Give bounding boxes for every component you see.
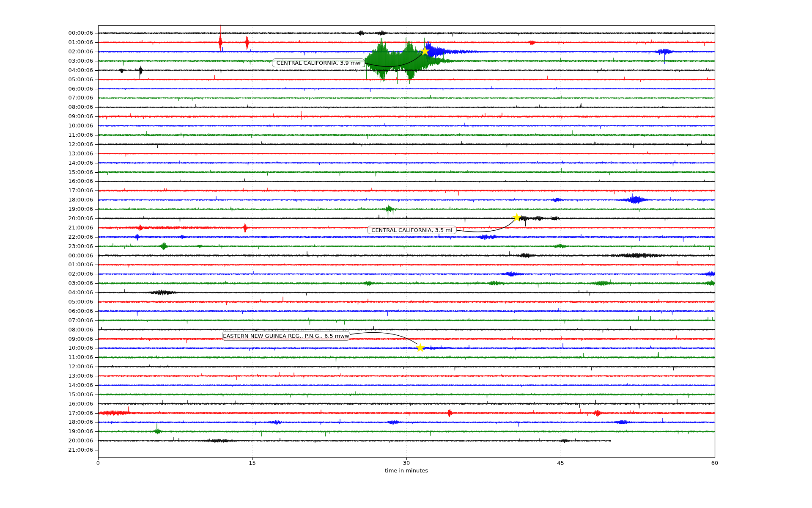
trace-time-label: 05:00:06 [0, 76, 93, 83]
trace-time-label: 13:00:06 [0, 150, 93, 157]
trace-time-label: 16:00:06 [0, 400, 93, 407]
trace-time-label: 13:00:06 [0, 373, 93, 379]
x-tick-label: 60 [702, 460, 727, 466]
trace-time-label: 03:00:06 [0, 280, 93, 287]
trace-time-label: 12:00:06 [0, 141, 93, 148]
trace-time-label: 02:00:06 [0, 48, 93, 55]
trace-time-label: 14:00:06 [0, 382, 93, 389]
event-annotation-box: CENTRAL CALIFORNIA, 3.9 mw [272, 58, 365, 67]
x-tick-label: 30 [394, 460, 419, 466]
trace-time-label: 11:00:06 [0, 132, 93, 138]
trace-time-label: 20:00:06 [0, 215, 93, 222]
event-annotation-box: EASTERN NEW GUINEA REG., P.N.G., 6.5 mww [222, 331, 350, 341]
trace-time-label: 18:00:06 [0, 419, 93, 425]
trace-time-label: 16:00:06 [0, 178, 93, 185]
event-annotation-box: CENTRAL CALIFORNIA, 3.5 ml [367, 226, 457, 234]
trace-time-label: 08:00:06 [0, 326, 93, 333]
waveform-canvas [0, 0, 812, 508]
trace-time-label: 09:00:06 [0, 336, 93, 342]
trace-time-label: 08:00:06 [0, 104, 93, 110]
trace-time-label: 11:00:06 [0, 354, 93, 361]
trace-time-label: 20:00:06 [0, 437, 93, 444]
trace-time-label: 07:00:06 [0, 94, 93, 101]
trace-time-label: 10:00:06 [0, 122, 93, 129]
trace-time-label: 15:00:06 [0, 391, 93, 398]
trace-time-label: 06:00:06 [0, 86, 93, 92]
trace-time-label: 01:00:06 [0, 39, 93, 46]
seismogram-figure: US.EDHPI.00.BHZ 00:00:0601:00:0602:00:06… [0, 0, 812, 508]
trace-time-label: 21:00:06 [0, 224, 93, 231]
trace-time-label: 14:00:06 [0, 160, 93, 166]
trace-time-label: 01:00:06 [0, 261, 93, 268]
trace-time-label: 00:00:06 [0, 30, 93, 36]
trace-time-label: 06:00:06 [0, 308, 93, 315]
trace-time-label: 12:00:06 [0, 363, 93, 370]
trace-time-label: 15:00:06 [0, 169, 93, 176]
trace-time-label: 17:00:06 [0, 410, 93, 417]
trace-time-label: 05:00:06 [0, 298, 93, 305]
trace-time-label: 18:00:06 [0, 196, 93, 203]
trace-time-label: 09:00:06 [0, 113, 93, 120]
trace-time-label: 21:00:06 [0, 447, 93, 453]
trace-time-label: 23:00:06 [0, 243, 93, 250]
trace-time-label: 22:00:06 [0, 234, 93, 240]
trace-time-label: 04:00:06 [0, 67, 93, 74]
x-tick-label: 15 [240, 460, 265, 466]
trace-time-label: 10:00:06 [0, 345, 93, 351]
x-tick-label: 0 [85, 460, 111, 466]
trace-time-label: 03:00:06 [0, 58, 93, 64]
trace-time-label: 19:00:06 [0, 428, 93, 435]
trace-time-label: 17:00:06 [0, 187, 93, 194]
x-axis-title: time in minutes [98, 467, 715, 474]
trace-time-label: 04:00:06 [0, 289, 93, 296]
trace-time-label: 02:00:06 [0, 271, 93, 277]
trace-time-label: 00:00:06 [0, 252, 93, 259]
trace-time-label: 19:00:06 [0, 206, 93, 213]
x-tick-label: 45 [548, 460, 573, 466]
trace-time-label: 07:00:06 [0, 317, 93, 324]
